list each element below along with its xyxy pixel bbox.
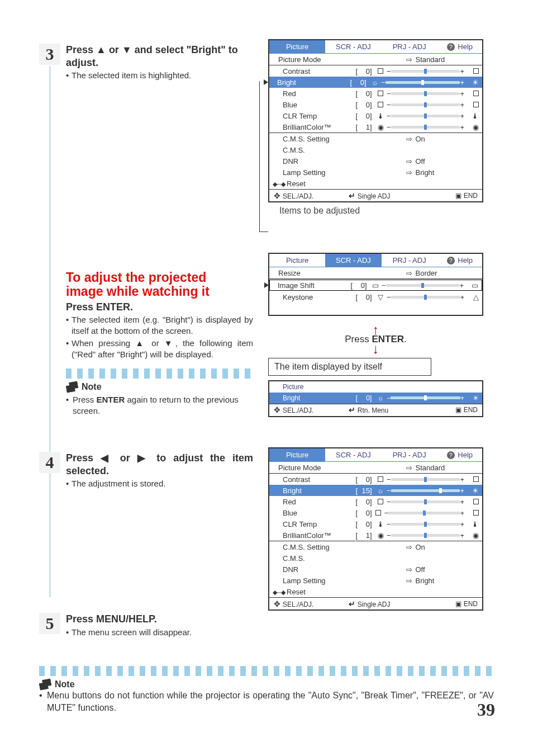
keystone-icon: ▽ — [374, 293, 387, 301]
thermo-icon: 🌡 — [374, 112, 387, 120]
osd-menu-step3: Picture SCR - ADJ PRJ - ADJ ? Help Pictu… — [268, 39, 483, 202]
osd-bright-row-adjusted[interactable]: Bright[15]☼−+☀ — [269, 485, 482, 496]
step-3-bullet: The selected item is highlighted. — [66, 70, 253, 81]
arrow-icon: ⇨ — [403, 55, 416, 64]
osd-picture-mode-value: Standard — [416, 55, 479, 64]
step-3-number: 3 — [39, 44, 60, 65]
adjust-bullet-1: The selected item (e.g. "Bright") is dis… — [66, 314, 253, 337]
osd-brilliant[interactable]: BrilliantColor™ — [273, 123, 340, 131]
osd-lamp[interactable]: Lamp Setting — [273, 168, 340, 177]
osd-single-item: Picture Bright[0]☼−+☀ SEL./ADJ. Rtn. Men… — [268, 380, 483, 417]
osd-bright-row-selected[interactable]: Bright[0]☼−+☀ — [269, 77, 482, 88]
page-number: 39 — [477, 700, 495, 720]
tab-picture[interactable]: Picture — [269, 40, 325, 53]
osd-resize[interactable]: Resize — [273, 269, 340, 277]
press-enter-instruction: Press ENTER. — [66, 301, 253, 313]
footer-single: Single ADJ — [349, 191, 430, 200]
shift-icon: ▭ — [369, 281, 382, 290]
adjust-section-title: To adjust the projectedimage while watch… — [66, 271, 253, 299]
step-4-bullet: The adjustment is stored. — [66, 478, 253, 489]
step-5-instruction: Press MENU/HELP. — [66, 613, 253, 626]
osd-dnr[interactable]: DNR — [273, 157, 340, 166]
osd-picture-mode[interactable]: Picture Mode — [273, 55, 340, 64]
osd-scr-adj: Picture SCR - ADJ PRJ - ADJ ? Help Resiz… — [268, 253, 483, 316]
tab-prj-adj[interactable]: PRJ - ADJ — [382, 40, 437, 53]
osd-red[interactable]: Red — [273, 89, 340, 98]
footer-end: END — [430, 192, 478, 200]
osd-menu-step4: Picture SCR - ADJ PRJ - ADJ ? Help Pictu… — [268, 447, 483, 611]
adjust-bullet-2: When pressing ▲ or ▼, the following item… — [66, 338, 253, 361]
step-4-number: 4 — [39, 452, 60, 473]
osd-cms[interactable]: C.M.S. — [273, 146, 340, 154]
step-3-instruction: Press ▲ or ▼ and select "Bright" to adju… — [66, 44, 253, 69]
circle-icon: ◉ — [374, 123, 387, 131]
tab-help[interactable]: ? Help — [437, 40, 482, 53]
osd-image-shift[interactable]: Image Shift — [268, 281, 335, 290]
note-1-head: Note — [66, 382, 253, 392]
note-bottom-head: Note — [39, 679, 494, 689]
step-5-number: 5 — [39, 613, 60, 634]
note-bottom-text: Menu buttons do not function while the p… — [39, 689, 494, 715]
osd-keystone[interactable]: Keystone — [273, 293, 340, 301]
help-icon: ? — [447, 43, 455, 51]
caption-items-adjusted: Items to be adjusted — [279, 206, 483, 216]
step-4-instruction: Press ◀ or ▶ to adjust the item selected… — [66, 452, 253, 477]
osd-contrast[interactable]: Contrast — [273, 67, 340, 75]
osd-reset[interactable]: Reset — [287, 179, 306, 188]
item-displayed-box: The item displayed by itself — [268, 358, 431, 376]
sun-icon: ☼ — [369, 78, 381, 87]
footer-seladj: SEL./ADJ. — [274, 191, 349, 200]
osd-blue[interactable]: Blue — [273, 101, 340, 109]
step-5-bullet: The menu screen will disappear. — [66, 627, 253, 638]
press-enter-arrow: ↑ Press ENTER. ↓ — [268, 326, 483, 353]
osd-clrtemp[interactable]: CLR Temp — [273, 112, 340, 120]
osd-cms-setting[interactable]: C.M.S. Setting — [273, 135, 340, 143]
tab-scr-adj[interactable]: SCR - ADJ — [325, 40, 381, 53]
note-1-text: Press ENTER again to return to the pre­v… — [66, 394, 253, 417]
